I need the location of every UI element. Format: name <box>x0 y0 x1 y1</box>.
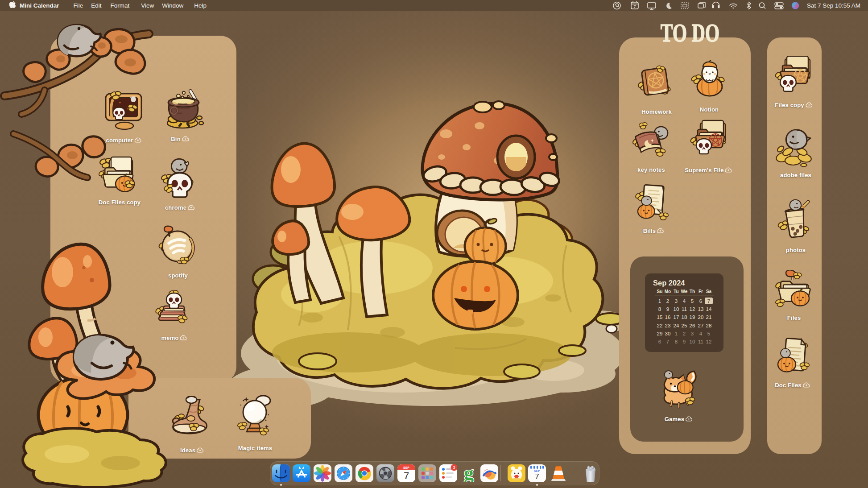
svg-text:15: 15 <box>657 314 663 320</box>
svg-text:26: 26 <box>690 323 695 328</box>
svg-text:10: 10 <box>690 339 695 344</box>
svg-text:8: 8 <box>675 339 678 344</box>
svg-text:9: 9 <box>666 306 669 312</box>
svg-text:Sa: Sa <box>706 289 712 294</box>
svg-text:13: 13 <box>698 306 704 312</box>
svg-text:6: 6 <box>699 298 702 304</box>
svg-text:19: 19 <box>690 314 695 320</box>
svg-text:8: 8 <box>658 306 661 312</box>
svg-text:4: 4 <box>683 298 686 304</box>
svg-text:Mo: Mo <box>665 289 671 294</box>
svg-text:Tu: Tu <box>674 289 678 294</box>
svg-text:3: 3 <box>453 465 455 470</box>
svg-text:7: 7 <box>404 470 409 481</box>
svg-text:30: 30 <box>665 331 671 336</box>
svg-text:10: 10 <box>674 306 679 312</box>
svg-text:29: 29 <box>657 331 663 336</box>
svg-text:22: 22 <box>657 323 663 328</box>
svg-text:Sep 2024: Sep 2024 <box>653 279 685 287</box>
svg-text:3: 3 <box>675 298 678 304</box>
svg-text:21: 21 <box>706 314 712 320</box>
svg-text:5: 5 <box>707 331 710 336</box>
svg-text:2: 2 <box>683 331 686 336</box>
svg-text:Fr: Fr <box>699 289 703 294</box>
svg-text:16: 16 <box>665 314 671 320</box>
svg-text:4: 4 <box>699 331 703 336</box>
svg-text:20: 20 <box>698 314 704 320</box>
svg-text:g: g <box>464 464 474 482</box>
svg-text:18: 18 <box>682 314 687 320</box>
svg-text:9: 9 <box>683 339 686 344</box>
svg-text:7: 7 <box>535 472 539 481</box>
svg-text:28: 28 <box>706 323 712 328</box>
svg-text:SEP: SEP <box>534 469 540 472</box>
svg-text:2: 2 <box>666 298 669 304</box>
svg-text:7: 7 <box>707 298 710 304</box>
svg-text:SEP: SEP <box>403 466 409 469</box>
svg-text:14: 14 <box>706 306 712 312</box>
svg-text:3: 3 <box>691 331 694 336</box>
svg-text:7: 7 <box>666 339 669 344</box>
svg-text:11: 11 <box>682 306 687 312</box>
svg-text:17: 17 <box>674 314 679 320</box>
svg-text:27: 27 <box>698 323 704 328</box>
svg-text:11: 11 <box>698 339 703 344</box>
svg-text:5: 5 <box>691 298 694 304</box>
svg-text:Th: Th <box>690 289 695 294</box>
svg-text:6: 6 <box>658 339 661 344</box>
svg-text:1: 1 <box>658 298 661 304</box>
svg-text:12: 12 <box>690 306 695 312</box>
svg-text:25: 25 <box>682 323 687 328</box>
svg-text:Su: Su <box>657 289 663 294</box>
svg-text:Sat 7 Sep: Sat 7 Sep <box>807 2 833 9</box>
svg-text:23: 23 <box>665 323 671 328</box>
svg-text:7: 7 <box>633 4 636 9</box>
svg-text:24: 24 <box>674 323 679 328</box>
svg-text:1: 1 <box>675 331 678 336</box>
svg-text:We: We <box>681 289 688 294</box>
svg-text:10:55 AM: 10:55 AM <box>835 2 860 9</box>
svg-text:12: 12 <box>706 339 712 344</box>
